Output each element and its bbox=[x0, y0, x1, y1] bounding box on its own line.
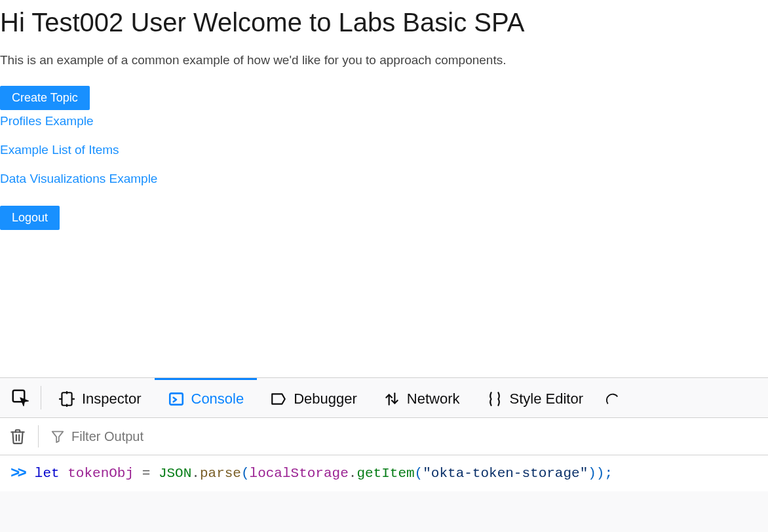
console-icon bbox=[168, 390, 185, 408]
nav-links: Profiles Example Example List of Items D… bbox=[0, 114, 768, 186]
page-title: Hi Test002 User Welcome to Labs Basic SP… bbox=[0, 8, 768, 37]
tab-console[interactable]: Console bbox=[155, 378, 258, 417]
tab-network-label: Network bbox=[407, 390, 460, 408]
style-editor-icon bbox=[486, 390, 503, 408]
separator bbox=[38, 425, 39, 447]
separator bbox=[41, 386, 41, 409]
clear-console-button[interactable] bbox=[9, 428, 26, 445]
console-input-row[interactable]: >> let tokenObj = JSON.parse(localStorag… bbox=[0, 455, 768, 491]
debugger-icon bbox=[270, 390, 287, 408]
tab-inspector[interactable]: Inspector bbox=[45, 378, 155, 417]
svg-marker-11 bbox=[52, 432, 64, 443]
devtools-tabbar: Inspector Console Debugger Network bbox=[0, 378, 768, 418]
code-identifier: tokenObj bbox=[67, 466, 134, 481]
code-parse: parse bbox=[200, 466, 241, 481]
devtools-filterbar bbox=[0, 418, 768, 455]
console-code: let tokenObj = JSON.parse(localStorage.g… bbox=[35, 466, 613, 481]
code-keyword: let bbox=[35, 466, 60, 481]
tab-overflow[interactable] bbox=[596, 378, 624, 417]
network-icon bbox=[383, 390, 400, 408]
link-data-visualizations-example[interactable]: Data Visualizations Example bbox=[0, 172, 768, 186]
link-profiles-example[interactable]: Profiles Example bbox=[0, 114, 768, 128]
trash-icon bbox=[9, 428, 26, 445]
inspector-icon bbox=[58, 390, 75, 408]
element-picker-icon bbox=[10, 388, 30, 408]
filter-output-input[interactable] bbox=[70, 428, 335, 445]
code-getitem: getItem bbox=[356, 466, 414, 481]
tab-console-label: Console bbox=[191, 390, 244, 408]
link-example-list-of-items[interactable]: Example List of Items bbox=[0, 143, 768, 157]
page-content: Hi Test002 User Welcome to Labs Basic SP… bbox=[0, 8, 768, 234]
code-close: )); bbox=[588, 466, 613, 481]
console-prompt-icon: >> bbox=[10, 465, 24, 482]
filter-wrap bbox=[50, 428, 759, 445]
code-string: "okta-token-storage" bbox=[423, 466, 588, 481]
element-picker-button[interactable] bbox=[8, 378, 37, 417]
logout-button[interactable]: Logout bbox=[0, 206, 60, 230]
devtools-panel: Inspector Console Debugger Network bbox=[0, 377, 768, 532]
svg-rect-1 bbox=[62, 392, 71, 406]
performance-icon bbox=[605, 390, 620, 408]
tab-debugger-label: Debugger bbox=[294, 390, 357, 408]
tab-inspector-label: Inspector bbox=[82, 390, 142, 408]
tab-debugger[interactable]: Debugger bbox=[257, 378, 370, 417]
code-equals: = bbox=[142, 466, 151, 481]
create-topic-button[interactable]: Create Topic bbox=[0, 86, 90, 110]
logout-wrap: Logout bbox=[0, 206, 768, 234]
code-localstorage: localStorage bbox=[250, 466, 349, 481]
page-subtitle: This is an example of a common example o… bbox=[0, 53, 768, 67]
tab-network[interactable]: Network bbox=[370, 378, 473, 417]
tab-style-editor-label: Style Editor bbox=[510, 390, 584, 408]
code-json: JSON bbox=[159, 466, 191, 481]
tab-style-editor[interactable]: Style Editor bbox=[473, 378, 597, 417]
funnel-icon bbox=[50, 429, 65, 444]
